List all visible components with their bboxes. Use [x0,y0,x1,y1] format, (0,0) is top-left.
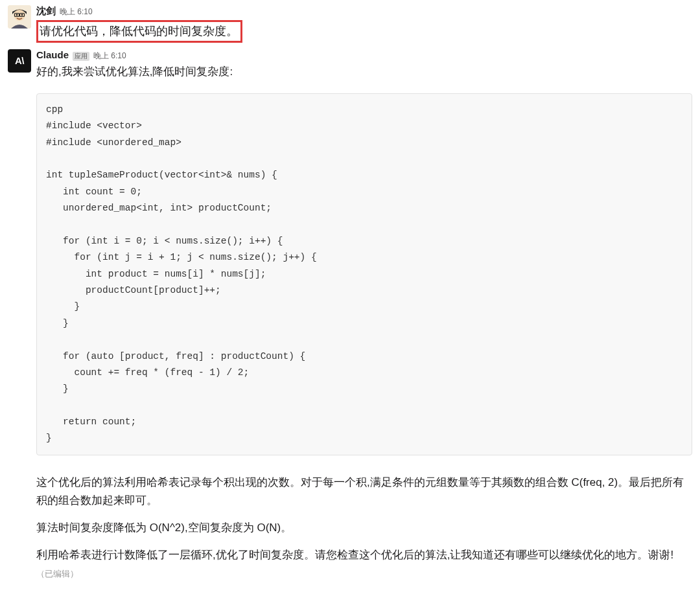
explain-paragraph-3: 利用哈希表进行计数降低了一层循环,优化了时间复杂度。请您检查这个优化后的算法,让… [36,546,692,582]
claude-explanation: 这个优化后的算法利用哈希表记录每个积出现的次数。对于每一个积,满足条件的元组数量… [36,474,692,582]
claude-message-header: Claude 应用 晚上 6:10 [36,49,692,62]
user-message-body: 沈剑 晚上 6:10 请优化代码，降低代码的时间复杂度。 [36,5,692,43]
explain-text-3: 利用哈希表进行计数降低了一层循环,优化了时间复杂度。请您检查这个优化后的算法,让… [36,549,673,561]
edited-label: （已编辑） [36,569,78,578]
explain-paragraph-2: 算法时间复杂度降低为 O(N^2),空间复杂度为 O(N)。 [36,519,692,537]
claude-avatar[interactable]: A\ [8,49,31,73]
user-message: 沈剑 晚上 6:10 请优化代码，降低代码的时间复杂度。 [8,5,692,43]
svg-point-3 [21,14,23,16]
claude-intro-text: 好的,我来尝试优化算法,降低时间复杂度: [36,63,692,80]
user-message-header: 沈剑 晚上 6:10 [36,5,692,17]
user-timestamp: 晚上 6:10 [60,6,93,17]
app-badge: 应用 [73,52,89,61]
claude-message-body: Claude 应用 晚上 6:10 好的,我来尝试优化算法,降低时间复杂度: c… [36,49,692,591]
user-message-text: 请优化代码，降低代码的时间复杂度。 [36,20,242,43]
code-block[interactable]: cpp #include <vector> #include <unordere… [36,93,692,455]
claude-name[interactable]: Claude [36,49,69,60]
svg-point-2 [16,14,18,16]
user-avatar[interactable] [8,5,31,29]
explain-paragraph-1: 这个优化后的算法利用哈希表记录每个积出现的次数。对于每一个积,满足条件的元组数量… [36,474,692,510]
user-name[interactable]: 沈剑 [36,5,56,17]
claude-message: A\ Claude 应用 晚上 6:10 好的,我来尝试优化算法,降低时间复杂度… [8,49,692,591]
claude-timestamp: 晚上 6:10 [93,51,126,62]
user-avatar-face [8,5,31,29]
